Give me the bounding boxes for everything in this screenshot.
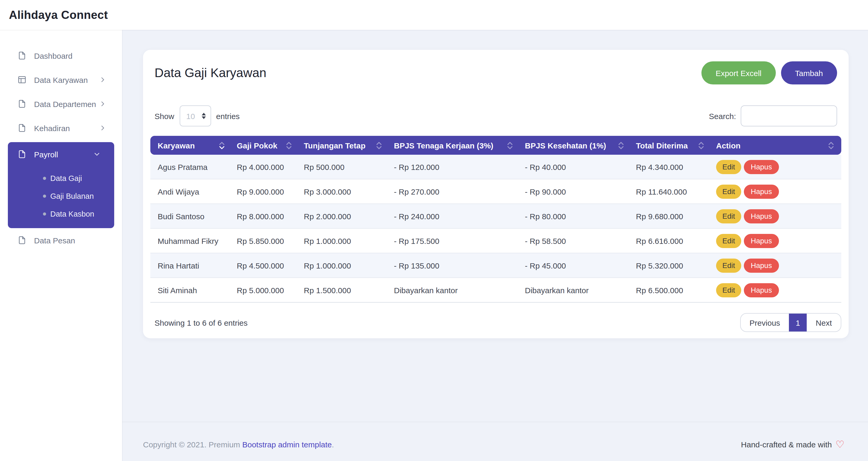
- topbar: Alihdaya Connect: [0, 0, 868, 30]
- table-row-andi-wijaya: Andi WijayaRp 9.000.000Rp 3.000.000- Rp …: [150, 179, 841, 203]
- search-input[interactable]: [741, 106, 837, 126]
- page-size-value: 10: [186, 111, 195, 120]
- file-icon: [17, 99, 27, 109]
- chevron-down-icon: [93, 150, 100, 158]
- search-label: Search:: [709, 111, 736, 120]
- sort-icon: [698, 141, 704, 149]
- column-header-bpjs-kesehatan-1-[interactable]: BPJS Kesehatan (1%): [520, 141, 631, 150]
- page-size-select[interactable]: 10: [179, 106, 211, 126]
- file-icon: [17, 149, 27, 159]
- page-title: Data Gaji Karyawan: [155, 65, 267, 80]
- sidebar-item-kehadiran[interactable]: Kehadiran: [0, 116, 122, 140]
- cell-action: EditHapus: [711, 234, 841, 248]
- sidebar-item-label: Data Departemen: [34, 99, 96, 108]
- data-gaji-card: Data Gaji Karyawan Export Excell Tambah …: [143, 50, 848, 338]
- column-header-tunjangan-tetap[interactable]: Tunjangan Tetap: [299, 141, 389, 150]
- cell-karyawan: Budi Santoso: [150, 212, 232, 221]
- sidebar-item-payroll[interactable]: Payroll: [8, 142, 114, 166]
- cell-gaji-pokok: Rp 5.850.000: [232, 236, 299, 245]
- heart-icon: ♡: [836, 439, 844, 449]
- sidebar-item-label: Data Pesan: [34, 236, 75, 244]
- cell-action: EditHapus: [711, 283, 841, 297]
- delete-button[interactable]: Hapus: [744, 184, 779, 199]
- delete-button[interactable]: Hapus: [744, 234, 779, 248]
- edit-button[interactable]: Edit: [716, 258, 741, 272]
- sidebar-item-data-karyawan[interactable]: Data Karyawan: [0, 68, 122, 92]
- cell-total-diterima: Rp 11.640.000: [631, 187, 711, 196]
- column-header-karyawan[interactable]: Karyawan: [150, 141, 232, 150]
- cell-karyawan: Andi Wijaya: [150, 187, 232, 196]
- made-with-label: Hand-crafted & made with: [741, 440, 832, 449]
- cell-tunjangan-tetap: Rp 1.000.000: [299, 261, 389, 270]
- column-label: Total Diterima: [636, 141, 688, 150]
- sort-icon: [618, 141, 624, 149]
- cell-gaji-pokok: Rp 8.000.000: [232, 212, 299, 221]
- copyright-prefix: Copyright © 2021. Premium: [143, 440, 240, 449]
- column-header-total-diterima[interactable]: Total Diterima: [631, 141, 711, 150]
- cell-total-diterima: Rp 4.340.000: [631, 162, 711, 171]
- column-label: BPJS Tenaga Kerjaan (3%): [394, 141, 493, 150]
- cell-gaji-pokok: Rp 9.000.000: [232, 187, 299, 196]
- edit-button[interactable]: Edit: [716, 160, 741, 174]
- cell-bpjs-kesehatan-1-: - Rp 58.500: [520, 236, 631, 245]
- add-button[interactable]: Tambah: [781, 61, 837, 84]
- sidebar: DashboardData KaryawanData DepartemenKeh…: [0, 30, 122, 461]
- card-header: Data Gaji Karyawan Export Excell Tambah: [150, 61, 841, 84]
- entries-info: Showing 1 to 6 of 6 entries: [155, 318, 248, 327]
- layout-icon: [17, 75, 27, 84]
- next-page-button[interactable]: Next: [807, 314, 841, 332]
- column-header-action[interactable]: Action: [711, 141, 841, 150]
- chevron-right-icon: [99, 124, 106, 132]
- delete-button[interactable]: Hapus: [744, 283, 779, 297]
- cell-bpjs-tenaga-kerjaan-3-: - Rp 175.500: [389, 236, 520, 245]
- cell-action: EditHapus: [711, 209, 841, 223]
- delete-button[interactable]: Hapus: [744, 209, 779, 223]
- file-icon: [17, 123, 27, 133]
- cell-total-diterima: Rp 5.320.000: [631, 261, 711, 270]
- previous-page-button[interactable]: Previous: [741, 314, 789, 332]
- app-window: Alihdaya Connect DashboardData KaryawanD…: [0, 0, 868, 461]
- sidebar-subitem-data-gaji[interactable]: Data Gaji: [8, 169, 114, 187]
- cell-karyawan: Agus Pratama: [150, 162, 232, 171]
- edit-button[interactable]: Edit: [716, 184, 741, 199]
- cell-karyawan: Rina Hartati: [150, 261, 232, 270]
- cell-tunjangan-tetap: Rp 1.000.000: [299, 236, 389, 245]
- edit-button[interactable]: Edit: [716, 283, 741, 297]
- edit-button[interactable]: Edit: [716, 234, 741, 248]
- made-with-text: Hand-crafted & made with ♡: [741, 439, 844, 449]
- export-excel-button[interactable]: Export Excell: [702, 61, 776, 84]
- column-label: BPJS Kesehatan (1%): [525, 141, 606, 150]
- cell-karyawan: Muhammad Fikry: [150, 236, 232, 245]
- table-row-muhammad-fikry: Muhammad FikryRp 5.850.000Rp 1.000.000- …: [150, 228, 841, 253]
- current-page-button[interactable]: 1: [789, 314, 807, 332]
- table-controls: Show 10 entries Search:: [150, 106, 841, 126]
- page-footer: Copyright © 2021. Premium Bootstrap admi…: [122, 422, 868, 461]
- sort-icon: [507, 141, 513, 149]
- sort-icon: [828, 141, 834, 149]
- chevron-right-icon: [99, 76, 106, 83]
- sidebar-item-data-pesan[interactable]: Data Pesan: [0, 228, 122, 252]
- template-link[interactable]: Bootstrap admin template: [242, 440, 332, 449]
- sidebar-item-dashboard[interactable]: Dashboard: [0, 44, 122, 68]
- sidebar-subitem-data-kasbon[interactable]: Data Kasbon: [8, 205, 114, 223]
- cell-total-diterima: Rp 6.500.000: [631, 286, 711, 294]
- table-row-rina-hartati: Rina HartatiRp 4.500.000Rp 1.000.000- Rp…: [150, 253, 841, 278]
- column-label: Karyawan: [158, 141, 195, 150]
- edit-button[interactable]: Edit: [716, 209, 741, 223]
- column-header-bpjs-tenaga-kerjaan-3-[interactable]: BPJS Tenaga Kerjaan (3%): [389, 141, 520, 150]
- cell-tunjangan-tetap: Rp 1.500.000: [299, 286, 389, 294]
- salary-table: KaryawanGaji PokokTunjangan TetapBPJS Te…: [150, 136, 841, 302]
- delete-button[interactable]: Hapus: [744, 160, 779, 174]
- cell-action: EditHapus: [711, 184, 841, 199]
- table-footer: Showing 1 to 6 of 6 entries Previous 1 N…: [150, 313, 841, 332]
- table-row-siti-aminah: Siti AminahRp 5.000.000Rp 1.500.000Dibay…: [150, 278, 841, 302]
- sidebar-subitem-gaji-bulanan[interactable]: Gaji Bulanan: [8, 187, 114, 205]
- table-body: Agus PratamaRp 4.000.000Rp 500.000- Rp 1…: [150, 155, 841, 302]
- file-icon: [17, 235, 27, 245]
- sidebar-item-data-departemen[interactable]: Data Departemen: [0, 92, 122, 116]
- cell-bpjs-kesehatan-1-: - Rp 90.000: [520, 187, 631, 196]
- column-label: Gaji Pokok: [237, 141, 277, 150]
- cell-tunjangan-tetap: Rp 3.000.000: [299, 187, 389, 196]
- delete-button[interactable]: Hapus: [744, 258, 779, 272]
- column-header-gaji-pokok[interactable]: Gaji Pokok: [232, 141, 299, 150]
